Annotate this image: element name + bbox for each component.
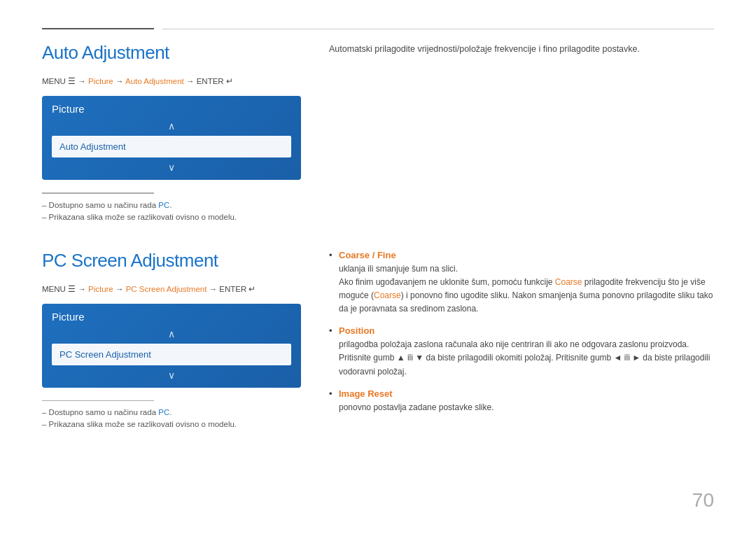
section2-left: PC Screen Adjustment MENU ☰ → Picture → … — [42, 250, 301, 433]
bullet-text-reset: ponovno postavlja zadane postavke slike. — [339, 401, 714, 414]
menu-icon: ☰ — [68, 77, 76, 85]
section2-ui-arrow-up: ∧ — [52, 328, 291, 339]
section2-ui-arrow-down: ∨ — [52, 370, 291, 381]
section1-ui-arrow-down: ∨ — [52, 162, 291, 173]
bullet-title-reset: Image Reset — [339, 388, 714, 399]
section1-divider — [42, 192, 154, 194]
section1-note1: – Dostupno samo u načinu rada PC. — [42, 201, 301, 209]
section1-description: Automatski prilagodite vrijednosti/polož… — [329, 42, 714, 56]
section1-layout: Auto Adjustment MENU ☰ → Picture → Auto … — [42, 42, 714, 225]
top-rule — [42, 28, 714, 29]
section1-menu-path: MENU ☰ → Picture → Auto Adjustment → ENT… — [42, 76, 301, 86]
menu2-prefix: MENU — [42, 285, 68, 293]
bullet-title-position: Position — [339, 325, 714, 336]
section2-ui-selected: PC Screen Adjustment — [52, 344, 291, 365]
section2-note2: – Prikazana slika može se razlikovati ov… — [42, 420, 301, 428]
note1-pc: PC — [158, 201, 169, 209]
page-number: 70 — [692, 489, 714, 512]
menu-item2: Auto Adjustment — [125, 77, 184, 85]
section1-menu-ui: Picture ∧ Auto Adjustment ∨ — [42, 96, 301, 180]
coarse-highlight1: Coarse — [555, 277, 582, 287]
enter2-icon: ↵ — [248, 285, 255, 293]
section2-note1: – Dostupno samo u načinu rada PC. — [42, 408, 301, 416]
top-rule-left — [42, 28, 154, 29]
bullet-text-coarse2: Ako finim ugođavanjem ne uklonite šum, p… — [339, 276, 714, 316]
top-rule-right — [162, 29, 714, 29]
menu-item1: Picture — [88, 77, 113, 85]
enter-icon: ↵ — [226, 77, 233, 85]
bullet-text-coarse1: uklanja ili smanjuje šum na slici. — [339, 262, 714, 276]
section1-left: Auto Adjustment MENU ☰ → Picture → Auto … — [42, 42, 301, 225]
bullet-title-coarse: Coarse / Fine — [339, 250, 714, 260]
menu-prefix: MENU — [42, 77, 68, 85]
menu2-arrow3: → ENTER — [209, 285, 249, 293]
section2-layout: PC Screen Adjustment MENU ☰ → Picture → … — [42, 250, 714, 433]
section2-divider — [42, 400, 154, 402]
bullet-list: Coarse / Fine uklanja ili smanjuje šum n… — [329, 250, 714, 415]
section2-menu-path: MENU ☰ → Picture → PC Screen Adjustment … — [42, 284, 301, 294]
section1-ui-title: Picture — [52, 103, 291, 115]
menu2-item1: Picture — [88, 285, 113, 293]
section2-title: PC Screen Adjustment — [42, 250, 301, 272]
note2-pc: PC — [158, 408, 169, 416]
section1-note2: – Prikazana slika može se razlikovati ov… — [42, 213, 301, 221]
list-item-coarse: Coarse / Fine uklanja ili smanjuje šum n… — [329, 250, 714, 316]
section1-title: Auto Adjustment — [42, 42, 301, 64]
menu2-arrow1: → — [78, 285, 88, 293]
bullet-text-position1: prilagodba položaja zaslona računala ako… — [339, 338, 714, 351]
list-item-reset: Image Reset ponovno postavlja zadane pos… — [329, 388, 714, 414]
section1-ui-arrow-up: ∧ — [52, 120, 291, 132]
menu-arrow3: → ENTER — [186, 77, 226, 85]
menu-arrow1: → — [78, 77, 88, 85]
list-item-position: Position prilagodba položaja zaslona rač… — [329, 325, 714, 379]
section1-ui-selected: Auto Adjustment — [52, 136, 291, 157]
section1-right: Automatski prilagodite vrijednosti/polož… — [329, 42, 714, 225]
menu2-arrow2: → — [115, 285, 126, 293]
section2-right: Coarse / Fine uklanja ili smanjuje šum n… — [329, 250, 714, 433]
menu-arrow2: → — [115, 77, 125, 85]
menu2-icon: ☰ — [68, 285, 76, 293]
section2-menu-ui: Picture ∧ PC Screen Adjustment ∨ — [42, 304, 301, 388]
bullet-text-position2: Pritisnite gumb ▲ ili ▼ da biste prilago… — [339, 351, 714, 378]
menu2-item2: PC Screen Adjustment — [126, 285, 207, 293]
coarse-highlight2: Coarse — [374, 290, 401, 300]
page-container: Auto Adjustment MENU ☰ → Picture → Auto … — [0, 0, 756, 534]
section2-ui-title: Picture — [52, 311, 291, 323]
